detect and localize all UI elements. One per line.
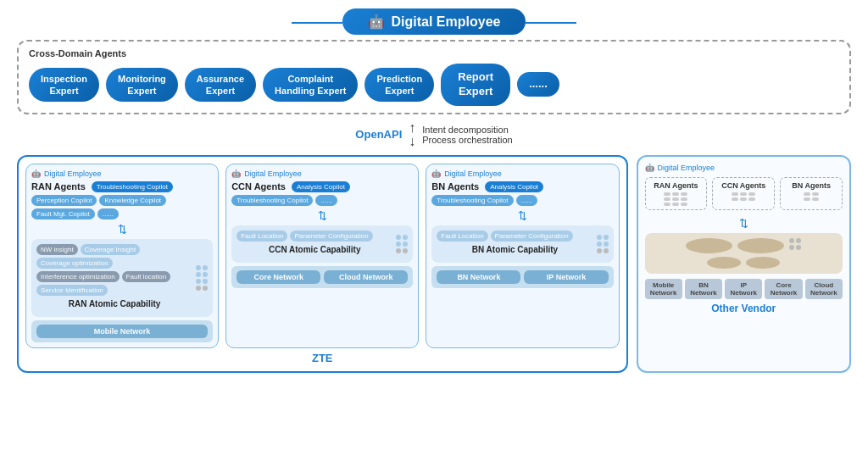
bn-atomic-title: BN Atomic Capability [437, 245, 593, 254]
prediction-expert-pill[interactable]: PredictionExpert [364, 68, 434, 103]
bn-network-item: BN Network [437, 270, 520, 284]
ccn-analysis-tag[interactable]: Analysis Copilot [292, 181, 350, 192]
ccn-atomic-title: CCN Atomic Capability [236, 245, 392, 254]
cross-domain-agents-box: Cross-Domain Agents InspectionExpert Mon… [17, 40, 851, 114]
mobile-network-item: Mobile Network [36, 325, 208, 338]
ran-atomic-box: NW insight Coverage Insight Coverage opt… [31, 239, 213, 317]
ran-agents-title: RAN Agents [31, 181, 86, 192]
ran-atomic-left: NW insight Coverage Insight Coverage opt… [36, 244, 192, 312]
digital-employee-title: 🤖 Digital Employee [342, 8, 526, 35]
bn-atomic-box: Fault Location Parameter Configuration B… [431, 225, 613, 263]
digital-employee-header: 🤖 Digital Employee [17, 8, 851, 35]
vendor-bn-col: BN Agents [780, 177, 843, 210]
knowledge-copilot-tag[interactable]: Knowledge Copilot [99, 195, 166, 206]
fault-mgt-copilot-tag[interactable]: Fault Mgt. Copilot [31, 208, 95, 219]
more-expert-pill[interactable]: ...... [517, 72, 559, 97]
ran-more-tag[interactable]: ...... [97, 208, 119, 219]
vendor-atomic-box [645, 233, 843, 274]
vendor-ccn-dots [716, 192, 771, 201]
perception-copilot-tag[interactable]: Perception Copilot [31, 195, 97, 206]
ran-agents-row: RAN Agents Troubleshooting Copilot [31, 181, 213, 192]
vendor-label: Other Vendor [645, 303, 843, 314]
zte-label: ZTE [25, 352, 620, 364]
robot-icon: 🤖 [368, 14, 385, 30]
ccn-agents-title: CCN Agents [231, 181, 286, 192]
vendor-oval-4 [746, 257, 780, 269]
ccn-network-bar: Core Network Cloud Network [231, 266, 413, 288]
ccn-param-config-tag: Parameter Configuration [290, 230, 372, 242]
assurance-expert-pill[interactable]: AssuranceExpert [185, 68, 256, 103]
coverage-insight-tag: Coverage Insight [81, 244, 140, 255]
inspection-expert-pill[interactable]: InspectionExpert [29, 68, 99, 103]
ccn-troubleshooting-tag[interactable]: Troubleshooting Copilot [231, 195, 313, 206]
ccn-de-text: Digital Employee [244, 169, 302, 178]
ccn-atomic-left: Fault Location Parameter Configuration C… [236, 230, 392, 258]
ccn-atomic-content: Fault Location Parameter Configuration C… [236, 230, 408, 258]
monitoring-expert-pill[interactable]: MonitoringExpert [106, 68, 178, 103]
nw-insight-tag: NW insight [36, 244, 78, 255]
ccn-arrows: ⇅ [231, 209, 413, 222]
ccn-atomic-tags: Fault Location Parameter Configuration [236, 230, 392, 242]
vendor-cloud-network: CloudNetwork [805, 279, 843, 299]
bn-de-label: 🤖 Digital Employee [431, 169, 613, 178]
bn-more-tag[interactable]: ...... [516, 195, 537, 206]
digital-employee-label: Digital Employee [392, 14, 501, 30]
main-container: 🤖 Digital Employee Cross-Domain Agents I… [0, 0, 868, 461]
vendor-de-text: Digital Employee [658, 164, 715, 172]
bn-robot-icon: 🤖 [431, 169, 441, 178]
bottom-section: 🤖 Digital Employee RAN Agents Troublesho… [17, 155, 851, 373]
ccn-atomic-box: Fault Location Parameter Configuration C… [231, 225, 413, 263]
ran-copilots-row2: Fault Mgt. Copilot ...... [31, 208, 213, 219]
ip-network-item: IP Network [524, 270, 608, 284]
vendor-bn-network: BNNetwork [685, 279, 722, 299]
interference-opt-tag: Interference optimization [36, 271, 120, 282]
bn-agents-row: BN Agents Analysis Copilot [431, 181, 613, 192]
zte-inner: 🤖 Digital Employee RAN Agents Troublesho… [25, 164, 620, 348]
ccn-more-tag[interactable]: ...... [315, 195, 337, 206]
vendor-arrows: ⇅ [645, 217, 843, 230]
vendor-core-network: CoreNetwork [765, 279, 802, 299]
expert-pills-row: InspectionExpert MonitoringExpert Assura… [29, 64, 839, 106]
ccn-robot-icon: 🤖 [231, 169, 241, 178]
report-expert-pill[interactable]: ReportExpert [441, 64, 510, 106]
ran-atomic-dots [196, 244, 208, 312]
vendor-robot-icon: 🤖 [645, 164, 654, 172]
bn-atomic-dots [597, 230, 609, 258]
bn-atomic-tags: Fault Location Parameter Configuration [437, 230, 593, 242]
ran-network-bar: Mobile Network [31, 320, 213, 342]
ran-de-text: Digital Employee [44, 169, 102, 178]
ran-arrows: ⇅ [31, 223, 213, 236]
bn-fault-location-tag: Fault Location [437, 230, 487, 242]
bn-network-bar: BN Network IP Network [431, 266, 613, 288]
zte-box: 🤖 Digital Employee RAN Agents Troublesho… [17, 155, 628, 373]
ccn-copilots-row: Troubleshooting Copilot ...... [231, 195, 413, 206]
openapi-label: OpenAPI [355, 128, 402, 141]
vendor-ran-dots [649, 192, 704, 206]
bn-troubleshooting-tag[interactable]: Troubleshooting Copilot [431, 195, 513, 206]
vendor-ran-col: RAN Agents [645, 177, 708, 210]
bn-atomic-content: Fault Location Parameter Configuration B… [437, 230, 608, 258]
ran-robot-icon: 🤖 [31, 169, 41, 178]
ccn-de-label: 🤖 Digital Employee [231, 169, 413, 178]
vendor-ran-title: RAN Agents [649, 181, 704, 190]
vendor-de-label: 🤖 Digital Employee [645, 164, 843, 172]
cross-domain-label: Cross-Domain Agents [29, 48, 839, 58]
bn-analysis-tag[interactable]: Analysis Copilot [485, 181, 543, 192]
ccn-agents-row: CCN Agents Analysis Copilot [231, 181, 413, 192]
vendor-bn-title: BN Agents [784, 181, 838, 190]
bn-param-config-tag: Parameter Configuration [491, 230, 573, 242]
ran-atomic-tags: NW insight Coverage Insight Coverage opt… [36, 244, 192, 296]
ran-troubleshooting-tag[interactable]: Troubleshooting Copilot [92, 181, 173, 192]
complaint-expert-pill[interactable]: ComplaintHandling Expert [263, 68, 358, 103]
coverage-opt-tag: Coverage optimization [36, 258, 113, 269]
bn-agents-title: BN Agents [431, 181, 479, 192]
ran-atomic-content: NW insight Coverage Insight Coverage opt… [36, 244, 208, 312]
cloud-network-item: Cloud Network [324, 270, 408, 284]
vendor-oval-1 [686, 238, 732, 253]
vendor-ccn-title: CCN Agents [716, 181, 771, 190]
intent-text: Intent decomposition Process orchestrati… [422, 125, 512, 145]
vendor-agents-row: RAN Agents CCN Agents BN Agents [645, 177, 843, 210]
ran-de-label: 🤖 Digital Employee [31, 169, 213, 178]
bn-copilots-row: Troubleshooting Copilot ...... [431, 195, 613, 206]
ccn-column: 🤖 Digital Employee CCN Agents Analysis C… [225, 164, 419, 348]
